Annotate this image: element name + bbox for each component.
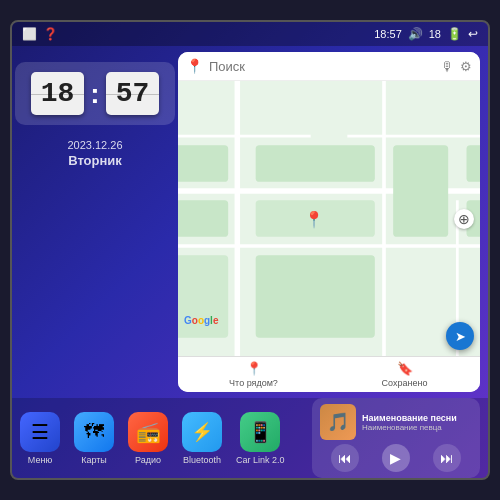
status-left: ⬜ ❓ <box>22 27 58 41</box>
svg-rect-11 <box>178 200 228 237</box>
day-text: Вторник <box>67 153 122 168</box>
back-icon[interactable]: ↩ <box>468 27 478 41</box>
app-icons: ☰ Меню 🗺 Карты 📻 Радио ⚡ Blu <box>20 412 304 465</box>
nav-arrow-icon: ➤ <box>455 329 466 344</box>
clock-widget: 18 : 57 <box>15 62 176 125</box>
mic-icon[interactable]: 🎙 <box>441 59 454 74</box>
menu-icon: ☰ <box>31 420 49 444</box>
battery-icon: 🔋 <box>447 27 462 41</box>
maps-label: Карты <box>81 455 107 465</box>
carlink-icon: 📱 <box>248 420 273 444</box>
music-player: 🎵 Наименование песни Наименование певца … <box>312 398 480 478</box>
bottom-area: ☰ Меню 🗺 Карты 📻 Радио ⚡ Blu <box>12 398 488 478</box>
svg-rect-16 <box>256 255 375 337</box>
status-bar: ⬜ ❓ 18:57 🔊 18 🔋 ↩ <box>12 22 488 46</box>
app-icon-carlink[interactable]: 📱 Car Link 2.0 <box>236 412 285 465</box>
date-text: 2023.12.26 <box>67 139 122 151</box>
tab-saved-label: Сохранено <box>382 378 428 388</box>
carlink-icon-bg: 📱 <box>240 412 280 452</box>
music-top: 🎵 Наименование песни Наименование певца <box>320 404 472 440</box>
bluetooth-icon: ⚡ <box>191 421 213 443</box>
map-zoom-controls: ⊕ <box>454 209 474 229</box>
main-area: 18 : 57 2023.12.26 Вторник 📍 🎙 ⚙ <box>12 46 488 398</box>
app-icon-bluetooth[interactable]: ⚡ Bluetooth <box>182 412 222 465</box>
map-bottom-tabs: 📍 Что рядом? 🔖 Сохранено <box>178 356 480 392</box>
device-frame: ⬜ ❓ 18:57 🔊 18 🔋 ↩ 18 : 57 2023.12.26 Вт… <box>10 20 490 480</box>
app-icon-maps[interactable]: 🗺 Карты <box>74 412 114 465</box>
saved-icon: 🔖 <box>397 361 413 376</box>
home-icon[interactable]: ⬜ <box>22 27 37 41</box>
music-controls: ⏮ ▶ ⏭ <box>320 444 472 472</box>
music-artist: Наименование певца <box>362 423 472 432</box>
music-title: Наименование песни <box>362 413 472 423</box>
play-button[interactable]: ▶ <box>382 444 410 472</box>
map-pin-icon: 📍 <box>186 58 203 74</box>
maps-icon: 🗺 <box>84 420 104 443</box>
app-icon-menu[interactable]: ☰ Меню <box>20 412 60 465</box>
next-button[interactable]: ⏭ <box>433 444 461 472</box>
svg-rect-10 <box>256 145 375 182</box>
date-info: 2023.12.26 Вторник <box>67 139 122 168</box>
map-search-bar: 📍 🎙 ⚙ <box>178 52 480 81</box>
tab-nearby-label: Что рядом? <box>229 378 278 388</box>
nearby-icon: 📍 <box>246 361 262 376</box>
clock-minutes: 57 <box>106 72 160 115</box>
menu-label: Меню <box>28 455 52 465</box>
svg-rect-9 <box>178 145 228 182</box>
tab-saved[interactable]: 🔖 Сохранено <box>329 357 480 392</box>
svg-rect-13 <box>393 145 448 237</box>
map-icons-right: 🎙 ⚙ <box>441 59 472 74</box>
map-widget: 📍 🎙 ⚙ <box>178 52 480 392</box>
map-location-pin: 📍 <box>304 209 324 228</box>
left-panel: 18 : 57 2023.12.26 Вторник <box>20 52 170 392</box>
radio-icon-bg: 📻 <box>128 412 168 452</box>
prev-button[interactable]: ⏮ <box>331 444 359 472</box>
clock-colon: : <box>90 78 99 110</box>
radio-label: Радио <box>135 455 161 465</box>
navigation-fab[interactable]: ➤ <box>446 322 474 350</box>
question-icon[interactable]: ❓ <box>43 27 58 41</box>
bluetooth-icon-bg: ⚡ <box>182 412 222 452</box>
maps-icon-bg: 🗺 <box>74 412 114 452</box>
prev-icon: ⏮ <box>338 450 352 466</box>
clock-hours: 18 <box>31 72 85 115</box>
bluetooth-label: Bluetooth <box>183 455 221 465</box>
play-icon: ▶ <box>390 450 401 466</box>
status-time: 18:57 <box>374 28 402 40</box>
map-area[interactable]: 📍 ⊕ ➤ Google <box>178 81 480 356</box>
zoom-circle-icon: ⊕ <box>454 209 474 229</box>
map-search-input[interactable] <box>209 59 435 74</box>
svg-rect-14 <box>467 145 481 182</box>
carlink-label: Car Link 2.0 <box>236 455 285 465</box>
map-streets <box>178 81 480 356</box>
google-logo: Google <box>184 315 218 326</box>
radio-icon: 📻 <box>136 420 161 444</box>
battery-level: 18 <box>429 28 441 40</box>
music-thumbnail: 🎵 <box>320 404 356 440</box>
next-icon: ⏭ <box>440 450 454 466</box>
volume-icon[interactable]: 🔊 <box>408 27 423 41</box>
map-gear-icon[interactable]: ⚙ <box>460 59 472 74</box>
app-icon-radio[interactable]: 📻 Радио <box>128 412 168 465</box>
tab-nearby[interactable]: 📍 Что рядом? <box>178 357 329 392</box>
status-right: 18:57 🔊 18 🔋 ↩ <box>374 27 478 41</box>
menu-icon-bg: ☰ <box>20 412 60 452</box>
music-thumb-icon: 🎵 <box>327 411 349 433</box>
music-info: Наименование песни Наименование певца <box>362 413 472 432</box>
